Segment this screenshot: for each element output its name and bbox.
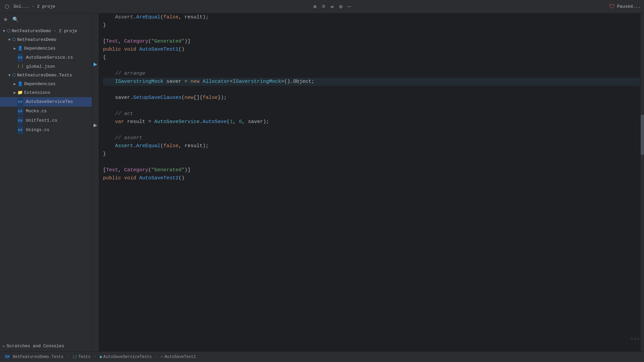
unittest1-icon: C#: [17, 117, 23, 125]
solution-icon: ⬡: [7, 27, 10, 35]
autosave-cs-icon: C#: [17, 54, 23, 62]
add-icon[interactable]: ⊕: [312, 2, 318, 11]
separator2: ›: [94, 355, 96, 359]
debug-back-arrow[interactable]: ◀: [94, 121, 97, 129]
sidebar-item-scratches[interactable]: ✏ Scratches and Consoles: [0, 341, 92, 351]
toolbar: ⬡ Sol... · 2 proje ⊕ ≡ ⇌ ⚙ — 🛡 Paused...: [0, 0, 644, 13]
deps2-icon: 👤: [17, 80, 23, 88]
bottom-tests-label: Tests: [78, 355, 91, 359]
autosave-tests-label: AutoSaveServiceTes: [26, 98, 73, 106]
solution-collapse-arrow: ▼: [1, 27, 7, 35]
separator1: ›: [67, 355, 69, 359]
project2-icon: ⬡: [12, 72, 16, 79]
project1-label: NetFeaturesDemo: [17, 36, 56, 44]
deps1-icon: 👤: [17, 45, 23, 52]
solution-icon: ⬡: [3, 2, 11, 11]
bottom-bar: C# NetFeaturesDemo.Tests › () Tests › ◉ …: [0, 351, 644, 362]
project1-icon: ⬡: [12, 36, 16, 44]
debug-arrow-panel: ▶ ◀: [92, 13, 99, 351]
project2-collapse-arrow: ▼: [7, 72, 12, 79]
sidebar-item-project2[interactable]: ▼ ⬡ NetFeaturesDemo.Tests: [0, 71, 92, 80]
deps2-label: Dependencies: [24, 80, 56, 88]
sidebar-item-deps1[interactable]: ▶ 👤 Dependencies: [0, 44, 92, 53]
global-json-icon: { }: [17, 63, 23, 70]
sidebar-tree: ▼ ⬡ NetFeaturesDemo · 2 proje ▼ ⬡ NetFea…: [0, 25, 92, 341]
bottom-bar-project[interactable]: C# NetFeaturesDemo.Tests: [3, 352, 65, 362]
bottom-bar-method[interactable]: ✓ AutoSaveTest1: [159, 352, 198, 362]
scratches-label: Scratches and Consoles: [7, 343, 64, 350]
sidebar: ⊕ 🔍 ▼ ⬡ NetFeaturesDemo · 2 proje ▼ ⬡ Ne…: [0, 13, 92, 351]
scratches-icon: ✏: [3, 343, 5, 350]
method-icon: ✓: [161, 354, 163, 359]
align-icon[interactable]: ≡: [321, 2, 327, 11]
paused-badge: 🛡 Paused...: [609, 3, 641, 10]
deps1-label: Dependencies: [24, 45, 56, 52]
bottom-cs-icon: C#: [5, 355, 10, 359]
sidebar-toolbar: ⊕ 🔍: [0, 13, 92, 25]
toolbar-title: Sol... · 2 proje: [13, 4, 55, 9]
sidebar-item-autosave-cs[interactable]: C# AutoSaveService.cs: [0, 53, 92, 62]
sidebar-item-usings[interactable]: C# Usings.cs: [0, 125, 92, 135]
bottom-bar-class[interactable]: ◉ AutoSaveServiceTests: [98, 352, 154, 362]
main-layout: ⊕ 🔍 ▼ ⬡ NetFeaturesDemo · 2 proje ▼ ⬡ Ne…: [0, 13, 644, 351]
global-json-label: global.json: [26, 63, 55, 70]
bottom-project-label: NetFeaturesDemo.Tests: [13, 355, 63, 359]
toolbar-right: 🛡 Paused...: [609, 3, 641, 10]
code-content[interactable]: Assert.AreEqual(false, result); } [Test,…: [99, 13, 644, 351]
unittest1-label: UnitTest1.cs: [26, 117, 57, 124]
sidebar-item-project1[interactable]: ▼ ⬡ NetFeaturesDemo: [0, 36, 92, 44]
autosave-cs-label: AutoSaveService.cs: [26, 54, 73, 61]
sidebar-item-deps2[interactable]: ▶ 👤 Dependencies: [0, 80, 92, 88]
scrollbar-thumb[interactable]: [641, 115, 644, 155]
separator3: ›: [155, 355, 157, 359]
mocks-icon: C#: [17, 107, 23, 115]
sidebar-item-solution[interactable]: ▼ ⬡ NetFeaturesDemo · 2 proje: [0, 27, 92, 36]
sidebar-item-global-json[interactable]: { } global.json: [0, 62, 92, 71]
deps2-collapse-arrow: ▶: [12, 80, 17, 88]
solution-label: NetFeaturesDemo · 2 proje: [12, 27, 77, 35]
deps1-collapse-arrow: ▶: [12, 45, 17, 52]
align2-icon[interactable]: ⇌: [329, 2, 335, 11]
shield-icon: 🛡: [609, 3, 615, 10]
code-editor: Assert.AreEqual(false, result); } [Test,…: [99, 13, 644, 351]
minimize-icon[interactable]: —: [346, 2, 353, 11]
bottom-method-label: AutoSaveTest1: [165, 355, 196, 359]
test-icon: (): [72, 355, 77, 359]
sidebar-item-mocks[interactable]: C# Mocks.cs: [0, 107, 92, 116]
bottom-bar-tests[interactable]: () Tests: [70, 352, 92, 362]
extensions-folder-icon: 📁: [17, 89, 23, 97]
project1-collapse-arrow: ▼: [7, 36, 12, 44]
autosave-tests-icon: C#: [17, 98, 23, 106]
usings-label: Usings.cs: [26, 126, 49, 134]
extensions-label: Extensions: [24, 89, 50, 97]
add-root-icon[interactable]: ⊕: [3, 16, 8, 23]
paused-label: Paused...: [617, 4, 641, 9]
bottom-class-label: AutoSaveServiceTests: [103, 355, 152, 359]
sidebar-item-autosave-tests[interactable]: C# AutoSaveServiceTes: [0, 97, 92, 107]
usings-icon: C#: [17, 126, 23, 134]
project2-label: NetFeaturesDemo.Tests: [17, 72, 72, 79]
rrr-indicator: △△△: [631, 336, 640, 341]
vertical-scrollbar[interactable]: [641, 13, 644, 351]
gear-icon[interactable]: ⚙: [338, 2, 344, 11]
search-icon[interactable]: 🔍: [11, 16, 20, 23]
sidebar-item-extensions[interactable]: ▶ 📁 Extensions: [0, 88, 92, 97]
class-icon: ◉: [100, 354, 102, 359]
extensions-collapse-arrow: ▶: [12, 89, 17, 97]
mocks-label: Mocks.cs: [26, 108, 47, 115]
sidebar-item-unittest1[interactable]: C# UnitTest1.cs: [0, 116, 92, 125]
debug-forward-arrow[interactable]: ▶: [94, 60, 97, 68]
